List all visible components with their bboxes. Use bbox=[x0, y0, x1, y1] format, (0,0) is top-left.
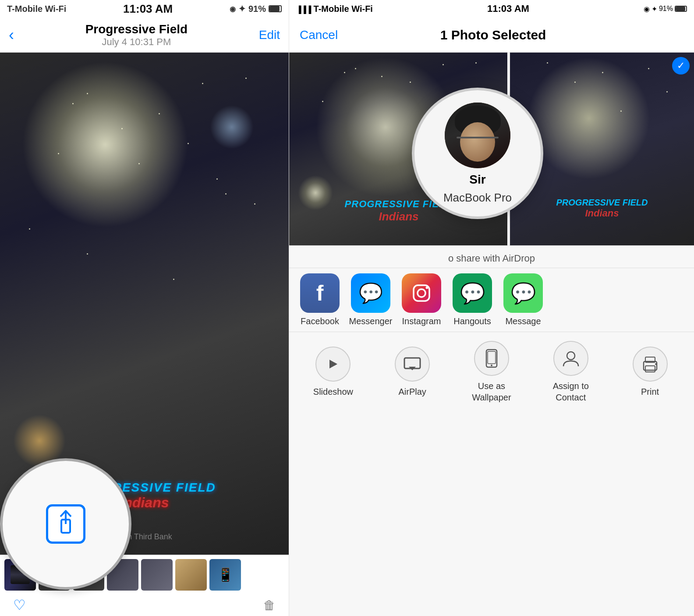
svg-rect-12 bbox=[645, 366, 655, 372]
left-carrier: T-Mobile Wi-Fi bbox=[7, 4, 66, 14]
thumbnail-5[interactable] bbox=[141, 559, 173, 591]
battery-icon bbox=[269, 5, 282, 12]
app-item-messages[interactable]: 💬 Message bbox=[501, 273, 545, 326]
share-sheet: o share with AirDrop f Facebook 💬 Messen… bbox=[289, 245, 694, 616]
action-item-wallpaper[interactable]: Use as Wallpaper bbox=[461, 341, 522, 403]
wallpaper-label: Use as Wallpaper bbox=[472, 380, 511, 403]
wallpaper-icon bbox=[474, 341, 509, 376]
svg-marker-4 bbox=[329, 360, 337, 368]
battery-percent: 91% bbox=[248, 4, 266, 14]
share-circle-overlay[interactable] bbox=[0, 458, 131, 590]
airdrop-hint: o share with AirDrop bbox=[289, 246, 694, 268]
print-label: Print bbox=[641, 386, 659, 397]
right-status-bar: ▐▐▐ T-Mobile Wi-Fi 11:03 AM ◉ ✦ 91% bbox=[289, 0, 694, 18]
contact-label: Assign to Contact bbox=[553, 380, 589, 403]
gf-ind-text: Indians bbox=[556, 208, 648, 219]
left-time: 11:03 AM bbox=[123, 2, 173, 16]
right-time: 11:03 AM bbox=[487, 3, 529, 14]
gf-prog-text: PROGRESSIVE FIELD bbox=[556, 198, 648, 208]
location-icon: ◉ bbox=[230, 5, 236, 13]
right-status-icons: ◉ ✦ 91% bbox=[644, 5, 687, 13]
svg-point-9 bbox=[491, 365, 492, 366]
messenger-label: Messenger bbox=[349, 316, 393, 326]
left-status-bar: T-Mobile Wi-Fi 11:03 AM ◉ ✦ 91% bbox=[0, 0, 289, 18]
bluetooth-icon: ✦ bbox=[238, 4, 246, 14]
like-button[interactable]: ♡ bbox=[13, 597, 26, 613]
hangouts-label: Hangouts bbox=[453, 316, 491, 326]
action-item-print[interactable]: Print bbox=[620, 347, 681, 397]
svg-point-14 bbox=[655, 363, 657, 365]
airdrop-name: Sir bbox=[469, 173, 485, 187]
photo-title: Progressive Field bbox=[85, 22, 188, 36]
selected-check: ✓ bbox=[672, 57, 690, 74]
fireworks-right bbox=[210, 105, 254, 149]
action-item-contact[interactable]: Assign to Contact bbox=[540, 341, 602, 403]
gf-side bbox=[528, 57, 650, 180]
actions-icons-row: Slideshow AirPlay bbox=[289, 332, 694, 412]
right-location-icon: ◉ bbox=[644, 5, 650, 13]
delete-button[interactable]: 🗑 bbox=[263, 598, 276, 612]
cancel-button[interactable]: Cancel bbox=[300, 28, 338, 42]
share-icon bbox=[46, 504, 85, 544]
left-status-icons: ◉ ✦ 91% bbox=[230, 4, 282, 14]
airplay-icon bbox=[395, 347, 430, 382]
svg-rect-8 bbox=[488, 351, 496, 364]
right-phone-panel: ▐▐▐ T-Mobile Wi-Fi 11:03 AM ◉ ✦ 91% Canc… bbox=[289, 0, 694, 616]
contact-icon bbox=[553, 341, 588, 376]
grid-indians-text: Indians bbox=[345, 210, 453, 223]
right-battery-icon bbox=[675, 6, 687, 12]
slideshow-icon bbox=[315, 347, 351, 382]
facebook-label: Facebook bbox=[301, 316, 339, 326]
app-item-hangouts[interactable]: 💬 Hangouts bbox=[450, 273, 494, 326]
messages-icon: 💬 bbox=[503, 273, 543, 313]
right-battery-text: 91% bbox=[659, 5, 673, 13]
left-nav-bar: ‹ Progressive Field July 4 10:31 PM Edit bbox=[0, 18, 289, 53]
thumbnail-7[interactable]: 📱 bbox=[209, 559, 241, 591]
svg-point-10 bbox=[567, 352, 575, 360]
airdrop-person-circle[interactable]: Sir MacBook Pro bbox=[412, 88, 543, 219]
right-nav-bar: Cancel 1 Photo Selected bbox=[289, 18, 694, 53]
airdrop-device: MacBook Pro bbox=[443, 191, 512, 205]
share-arrow-icon bbox=[53, 509, 79, 539]
chevron-left-icon: ‹ bbox=[9, 26, 14, 44]
app-item-instagram[interactable]: Instagram bbox=[400, 273, 443, 326]
action-item-airplay[interactable]: AirPlay bbox=[382, 347, 443, 397]
instagram-icon bbox=[402, 273, 441, 313]
messenger-icon: 💬 bbox=[351, 273, 390, 313]
photo-actions-row: ♡ 🗑 bbox=[0, 594, 289, 616]
gf-small bbox=[298, 175, 333, 210]
svg-point-2 bbox=[418, 289, 425, 297]
hangouts-icon: 💬 bbox=[453, 273, 492, 313]
facebook-icon: f bbox=[300, 273, 340, 313]
airplay-label: AirPlay bbox=[399, 386, 426, 397]
airdrop-avatar bbox=[445, 103, 510, 168]
gf-side-overlay: PROGRESSIVE FIELD Indians bbox=[556, 198, 648, 219]
app-icons-row: f Facebook 💬 Messenger bbox=[289, 268, 694, 332]
action-item-slideshow[interactable]: Slideshow bbox=[302, 347, 364, 397]
photo-subtitle: July 4 10:31 PM bbox=[85, 36, 188, 48]
right-bluetooth-icon: ✦ bbox=[652, 5, 657, 13]
left-phone-panel: T-Mobile Wi-Fi 11:03 AM ◉ ✦ 91% ‹ Progre… bbox=[0, 0, 289, 616]
app-item-messenger[interactable]: 💬 Messenger bbox=[349, 273, 393, 326]
app-item-facebook[interactable]: f Facebook bbox=[298, 273, 342, 326]
instagram-label: Instagram bbox=[402, 316, 441, 326]
right-carrier: ▐▐▐ T-Mobile Wi-Fi bbox=[296, 4, 373, 14]
fireworks-main bbox=[22, 61, 188, 228]
nav-title-block: Progressive Field July 4 10:31 PM bbox=[85, 22, 188, 48]
svg-point-3 bbox=[426, 287, 428, 289]
thumbnail-6[interactable] bbox=[175, 559, 207, 591]
selected-count-title: 1 Photo Selected bbox=[440, 28, 546, 42]
slideshow-label: Slideshow bbox=[313, 386, 353, 397]
back-button[interactable]: ‹ bbox=[9, 26, 14, 44]
print-icon bbox=[633, 347, 668, 382]
edit-button[interactable]: Edit bbox=[259, 28, 280, 42]
messages-label: Message bbox=[505, 316, 541, 326]
